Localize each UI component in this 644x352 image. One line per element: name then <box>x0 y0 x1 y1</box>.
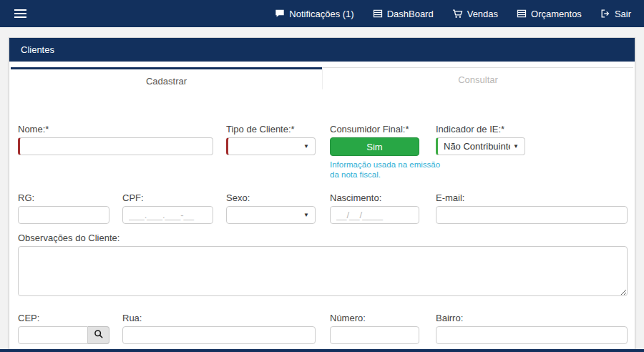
observacoes-textarea[interactable] <box>18 246 628 296</box>
nav-item-label: Vendas <box>467 9 498 19</box>
nav-item-orcamentos[interactable]: Orçamentos <box>517 9 582 19</box>
nascimento-input[interactable] <box>330 206 419 224</box>
clientes-panel: Clientes Cadastrar Consultar Pessoa Físi… <box>9 37 635 352</box>
chevron-down-icon: ▼ <box>513 143 519 150</box>
bairro-input[interactable] <box>436 326 628 344</box>
cart-icon <box>452 9 463 19</box>
cpf-input[interactable] <box>122 206 213 224</box>
cep-input-group <box>18 326 109 344</box>
nav-item-vendas[interactable]: Vendas <box>452 9 498 19</box>
search-icon <box>94 329 104 342</box>
email-label: E-mail: <box>436 192 628 203</box>
nav-item-label: Orçamentos <box>531 9 582 19</box>
sexo-select[interactable]: ▼ <box>226 206 316 224</box>
bairro-label: Bairro: <box>436 313 628 323</box>
numero-input[interactable] <box>330 326 419 344</box>
consumidor-final-sim-button[interactable]: Sim <box>330 137 419 156</box>
nome-input[interactable] <box>18 137 213 155</box>
tab-consultar[interactable]: Consultar <box>322 67 633 89</box>
consumidor-final-label: Consumidor Final:* <box>330 124 423 135</box>
chevron-down-icon: ▼ <box>303 212 309 218</box>
tipo-cliente-select[interactable]: ▼ <box>226 137 316 155</box>
nome-label: Nome:* <box>18 124 213 135</box>
consumidor-final-help: Informação usada na emissão da nota fisc… <box>330 160 444 180</box>
table-icon <box>517 9 527 19</box>
cpf-label: CPF: <box>122 192 213 203</box>
observacoes-label: Observações do Cliente: <box>18 233 628 243</box>
top-navbar: Notificações (1) DashBoard Vendas Orçame… <box>0 0 644 27</box>
panel-title: Clientes <box>9 38 635 62</box>
cep-label: CEP: <box>18 313 109 323</box>
nav-item-label: DashBoard <box>387 9 434 19</box>
rua-label: Rua: <box>122 313 316 323</box>
sexo-label: Sexo: <box>226 192 316 203</box>
tab-cadastrar[interactable]: Cadastrar <box>11 67 322 89</box>
nav-item-sair[interactable]: Sair <box>600 9 631 19</box>
nav-item-label: Sair <box>615 9 631 19</box>
bottom-bar <box>0 349 644 352</box>
nav-item-label: Notificações (1) <box>289 9 353 19</box>
chevron-down-icon: ▼ <box>303 143 309 150</box>
rg-label: RG: <box>18 192 109 203</box>
indicador-ie-select[interactable]: Não Contribuinte ▼ <box>436 137 525 155</box>
table-icon <box>373 9 383 19</box>
cep-search-button[interactable] <box>88 326 109 344</box>
indicador-ie-label: Indicador de IE:* <box>436 124 525 135</box>
select-value: Não Contribuinte <box>444 141 510 152</box>
tipo-cliente-label: Tipo de Cliente:* <box>226 124 316 135</box>
rua-input[interactable] <box>122 326 316 344</box>
tab-bar: Cadastrar Consultar <box>11 67 633 89</box>
email-input[interactable] <box>436 206 628 224</box>
page: Notificações (1) DashBoard Vendas Orçame… <box>0 0 644 352</box>
nav-item-dashboard[interactable]: DashBoard <box>373 9 434 19</box>
sign-out-icon <box>600 9 610 19</box>
nascimento-label: Nascimento: <box>330 192 419 203</box>
hamburger-menu-icon[interactable] <box>14 7 26 20</box>
nav-item-notifications[interactable]: Notificações (1) <box>275 9 353 19</box>
comment-icon <box>275 9 285 19</box>
navbar-menu: Notificações (1) DashBoard Vendas Orçame… <box>275 9 644 19</box>
cep-input[interactable] <box>18 326 88 344</box>
numero-label: Número: <box>330 313 419 323</box>
rg-input[interactable] <box>18 206 109 224</box>
